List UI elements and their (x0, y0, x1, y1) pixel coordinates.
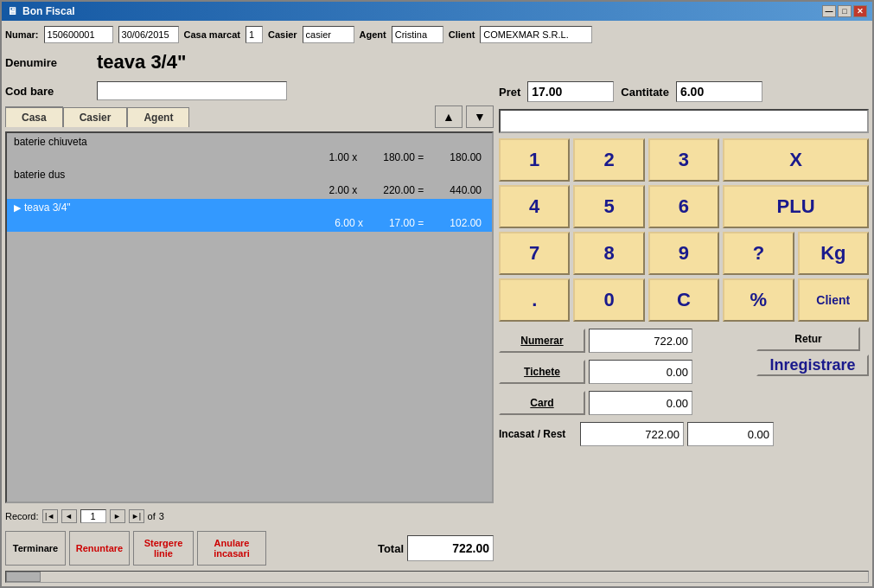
tichete-value: 0.00 (589, 360, 692, 384)
pret-input[interactable] (527, 81, 614, 102)
left-panel: Cod bare Casa Casier Agent ▲ ▼ (5, 80, 494, 567)
numpad-plu[interactable]: PLU (723, 185, 869, 228)
numar-label: Numar: (5, 29, 39, 40)
tab-casier[interactable]: Casier (63, 107, 128, 127)
agent-input[interactable] (392, 26, 443, 43)
tab-casa[interactable]: Casa (5, 106, 63, 127)
numpad-3[interactable]: 3 (648, 138, 719, 182)
date-input[interactable] (118, 26, 179, 43)
right-panel: Pret Cantitate 1 2 3 X 4 5 6 (499, 80, 869, 567)
title-bar: 🖥 Bon Fiscal — □ ✕ (2, 2, 872, 21)
list-item[interactable]: ▶ teava 3/4" (7, 199, 492, 216)
nav-up-button[interactable]: ▲ (435, 105, 463, 128)
numerar-row: Numerar 722.00 (499, 327, 753, 355)
card-value: 0.00 (589, 391, 692, 415)
casier-input[interactable] (303, 26, 354, 43)
main-window: 🖥 Bon Fiscal — □ ✕ Numar: Casa marcat Ca… (0, 0, 874, 588)
payment-section: Numerar 722.00 Tichete 0.00 Card (499, 327, 869, 448)
numpad-9[interactable]: 9 (648, 232, 719, 275)
record-last-button[interactable]: ►| (129, 509, 144, 523)
bottom-buttons: Terminare Renuntare Stergere linie Anula… (5, 529, 494, 567)
numpad-question[interactable]: ? (723, 232, 794, 275)
numpad-kg[interactable]: Kg (798, 232, 869, 275)
total-value: 722.00 (407, 535, 494, 561)
list-item[interactable]: 6.00 x 17.00 = 102.00 (7, 216, 492, 232)
numpad-6[interactable]: 6 (648, 185, 719, 228)
inregistrare-button[interactable]: Inregistrare (756, 355, 869, 376)
codbare-input[interactable] (97, 81, 287, 100)
list-item[interactable]: baterie dus (7, 166, 492, 183)
nav-buttons: ▲ ▼ (435, 105, 494, 128)
nav-down-button[interactable]: ▼ (466, 105, 494, 128)
numpad-0[interactable]: 0 (573, 278, 644, 322)
horizontal-scrollbar[interactable] (5, 571, 869, 583)
card-button[interactable]: Card (499, 391, 585, 415)
stergere-linie-button[interactable]: Stergere linie (133, 531, 194, 566)
window-controls: — □ ✕ (822, 5, 867, 17)
scrollbar-thumb[interactable] (6, 572, 41, 582)
pret-label: Pret (499, 86, 520, 99)
tichete-button[interactable]: Tichete (499, 360, 585, 384)
numpad-percent[interactable]: % (723, 278, 794, 322)
client-input[interactable] (480, 26, 592, 43)
numpad-dot[interactable]: . (499, 278, 570, 322)
display-field[interactable] (499, 109, 869, 133)
list-item[interactable]: 1.00 x 180.00 = 180.00 (7, 150, 492, 166)
client-label: Client (449, 29, 475, 40)
record-label: Record: (5, 511, 39, 521)
numerar-button[interactable]: Numerar (499, 329, 585, 353)
numpad-1[interactable]: 1 (499, 138, 570, 182)
card-row: Card 0.00 (499, 389, 753, 417)
numpad: 1 2 3 X 4 5 6 PLU 7 8 9 ? Kg . (499, 138, 869, 322)
anulare-incasari-button[interactable]: Anulare incasari (197, 531, 266, 566)
numpad-7[interactable]: 7 (499, 232, 570, 275)
codbare-label: Cod bare (5, 85, 92, 98)
record-number-input[interactable] (80, 509, 106, 523)
list-item[interactable]: 2.00 x 220.00 = 440.00 (7, 183, 492, 199)
content-area: Numar: Casa marcat Casier Agent Client D… (2, 21, 872, 586)
record-first-button[interactable]: |◄ (42, 509, 58, 523)
record-prev-button[interactable]: ◄ (61, 509, 77, 523)
numpad-4[interactable]: 4 (499, 185, 570, 228)
casier-label: Casier (268, 29, 297, 40)
numpad-x[interactable]: X (723, 138, 869, 182)
casa-marcat-label: Casa marcat (184, 29, 240, 40)
denumire-value: teava 3/4" (97, 51, 186, 74)
numpad-5[interactable]: 5 (573, 185, 644, 228)
record-total: 3 (159, 511, 164, 521)
incasat-label: Incasat / Rest (499, 428, 577, 440)
close-button[interactable]: ✕ (853, 5, 867, 17)
codbare-row: Cod bare (5, 80, 494, 102)
rest-value: 0.00 (687, 422, 774, 446)
numpad-2[interactable]: 2 (573, 138, 644, 182)
product-list: baterie chiuveta 1.00 x 180.00 = 180.00 … (5, 131, 494, 503)
app-icon: 🖥 (7, 5, 17, 17)
cantitate-label: Cantitate (621, 86, 669, 99)
terminare-button[interactable]: Terminare (5, 531, 66, 566)
total-label: Total (378, 542, 404, 555)
numerar-value: 722.00 (589, 329, 692, 353)
list-item[interactable]: baterie chiuveta (7, 133, 492, 150)
numpad-c[interactable]: C (648, 278, 719, 322)
minimize-button[interactable]: — (822, 5, 836, 17)
numar-input[interactable] (44, 26, 113, 43)
agent-label: Agent (360, 29, 386, 40)
main-layout: Cod bare Casa Casier Agent ▲ ▼ (5, 80, 869, 567)
numpad-client[interactable]: Client (798, 278, 869, 322)
tabs-row: Casa Casier Agent ▲ ▼ (5, 105, 494, 128)
window-title: Bon Fiscal (22, 5, 75, 17)
total-section: Total 722.00 (378, 535, 494, 561)
cantitate-input[interactable] (676, 81, 762, 102)
denumire-label: Denumire (5, 56, 92, 69)
maximize-button[interactable]: □ (838, 5, 852, 17)
top-bar: Numar: Casa marcat Casier Agent Client (5, 24, 869, 45)
pret-cantitate-row: Pret Cantitate (499, 80, 869, 104)
tichete-row: Tichete 0.00 (499, 358, 753, 386)
casa-marcat-input[interactable] (246, 26, 263, 43)
tab-agent[interactable]: Agent (127, 107, 189, 127)
retur-button[interactable]: Retur (756, 327, 860, 351)
incasat-row: Incasat / Rest 722.00 0.00 (499, 420, 869, 448)
record-next-button[interactable]: ► (110, 509, 125, 523)
numpad-8[interactable]: 8 (573, 232, 644, 275)
renuntare-button[interactable]: Renuntare (69, 531, 130, 566)
